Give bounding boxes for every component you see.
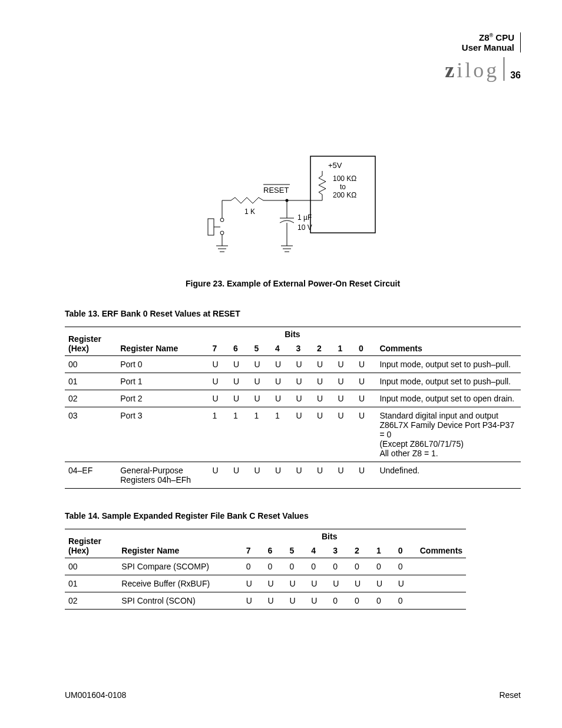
figure-caption: Figure 23. Example of External Power-On … <box>65 279 521 288</box>
product-suffix: CPU <box>493 32 514 42</box>
table-14: Register(Hex) Register Name Bits Comment… <box>65 529 466 610</box>
table-row: 04–EFGeneral-Purpose Registers 04h–EFhUU… <box>65 462 521 489</box>
rtop1-label: 100 KΩ <box>333 174 356 183</box>
table13-caption: Table 13. ERF Bank 0 Reset Values at RES… <box>65 309 521 318</box>
svg-point-9 <box>220 231 224 235</box>
doc-id: UM001604-0108 <box>65 690 126 700</box>
svg-rect-10 <box>208 219 214 235</box>
page-footer: UM001604-0108 Reset <box>65 690 521 700</box>
table-row: 03Port 31111UUUUStandard digital input a… <box>65 407 521 462</box>
table-row: 00SPI Compare (SCOMP)00000000 <box>65 558 466 575</box>
table-row: 01Receive Buffer (RxBUF)UUUUUUUU <box>65 575 466 592</box>
table-row: 02Port 2UUUUUUUUInput mode, output set t… <box>65 390 521 407</box>
page-number: 36 <box>510 70 521 81</box>
table-row: 00Port 0UUUUUUUUInput mode, output set t… <box>65 356 521 373</box>
circuit-diagram: +5V 100 KΩ to 200 KΩ RESET 1 K <box>187 144 399 268</box>
table-row: 02SPI Control (SCON)UUUU0000 <box>65 592 466 610</box>
section-name: Reset <box>499 690 521 700</box>
product-name: Z8 <box>479 32 490 42</box>
table14-caption: Table 14. Sample Expanded Register File … <box>65 511 521 521</box>
cap2-label: 10 V <box>297 223 312 232</box>
table-row: 01Port 1UUUUUUUUInput mode, output set t… <box>65 373 521 390</box>
svg-point-8 <box>220 218 224 222</box>
vcc-label: +5V <box>328 161 342 170</box>
cap1-label: 1 µF <box>297 213 312 222</box>
rtop2-label: 200 KΩ <box>333 191 356 199</box>
zilog-logo: zilog <box>445 60 499 81</box>
r1-label: 1 K <box>244 207 255 216</box>
rtop-to-label: to <box>340 183 346 191</box>
doc-subtitle: User Manual <box>462 42 514 52</box>
page-header: Z8® CPU User Manual zilog 36 <box>445 32 521 81</box>
reset-label: RESET <box>263 186 289 195</box>
table-13: Register(Hex) Register Name Bits Comment… <box>65 327 521 489</box>
